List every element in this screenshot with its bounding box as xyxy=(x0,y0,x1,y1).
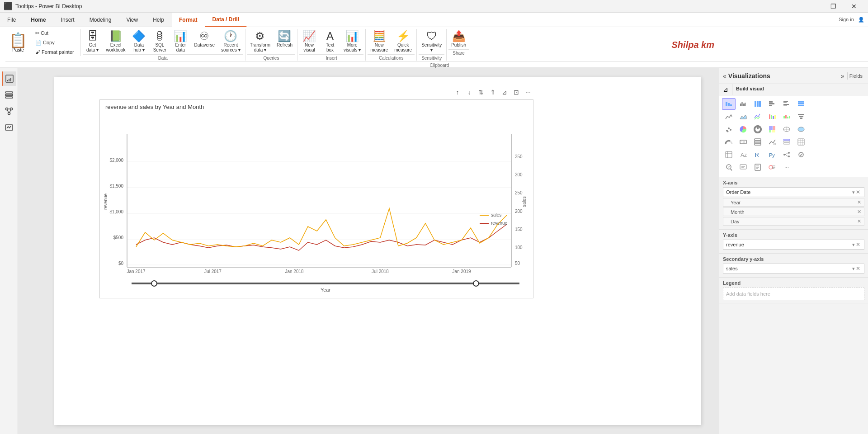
viz-icon-map[interactable] xyxy=(780,123,793,135)
copy-button[interactable]: 📄 Copy xyxy=(33,38,77,47)
viz-icon-paginated-report[interactable] xyxy=(751,161,764,173)
tab-data-drill[interactable]: Data / Drill xyxy=(205,13,247,27)
data-hub-button[interactable]: 🔷 Datahub ▾ xyxy=(129,29,149,53)
viz-icon-funnel[interactable] xyxy=(794,111,808,123)
dataverse-button[interactable]: ♾ Dataverse xyxy=(191,29,217,53)
viz-icon-ribbon[interactable] xyxy=(765,111,779,123)
viz-icon-more[interactable]: ··· xyxy=(780,161,793,173)
sidebar-dax-icon[interactable] xyxy=(2,120,16,135)
slider-right-handle[interactable] xyxy=(473,280,479,287)
svg-text:Jan 2018: Jan 2018 xyxy=(285,269,304,274)
svg-text:Jan 2017: Jan 2017 xyxy=(127,269,146,274)
viz-icon-multirow-card[interactable] xyxy=(751,136,764,148)
viz-icon-line[interactable] xyxy=(722,111,736,123)
enter-data-button[interactable]: 📊 Enterdata xyxy=(170,29,190,53)
viz-icon-pie[interactable] xyxy=(736,123,750,135)
cut-button[interactable]: ✂ Cut xyxy=(33,29,77,38)
x-axis-month-remove[interactable]: ✕ xyxy=(857,209,861,215)
viz-icon-card[interactable]: 123 xyxy=(736,136,750,148)
minimize-button[interactable]: — xyxy=(802,0,823,13)
titlebar-controls[interactable]: — ❐ ✕ xyxy=(802,0,864,13)
collapse-panel-button[interactable]: « xyxy=(723,72,726,80)
viz-icon-scatter[interactable] xyxy=(722,123,736,135)
tab-file[interactable]: File xyxy=(0,13,24,27)
expand-panel-button[interactable]: » xyxy=(841,72,844,80)
viz-icon-bar-h[interactable] xyxy=(765,98,779,110)
x-axis-day-remove[interactable]: ✕ xyxy=(857,218,861,224)
more-visuals-button[interactable]: 📊 Morevisuals ▾ xyxy=(341,29,363,53)
sidebar-report-icon[interactable] xyxy=(2,71,16,86)
dataverse-icon: ♾ xyxy=(199,30,209,42)
chart-filter[interactable]: ⊿ xyxy=(499,87,510,98)
tab-insert[interactable]: Insert xyxy=(54,13,82,27)
transform-data-button[interactable]: ⚙ Transformdata ▾ xyxy=(247,29,273,53)
viz-icon-treemap[interactable] xyxy=(765,123,779,135)
viz-icon-filled-map[interactable] xyxy=(794,123,808,135)
viz-icon-metrics[interactable] xyxy=(765,161,779,173)
fields-panel-toggle[interactable]: Fields xyxy=(847,72,864,80)
svg-rect-81 xyxy=(769,126,773,130)
viz-icon-bar-100[interactable] xyxy=(751,98,764,110)
secondary-y-axis-remove-btn[interactable]: ✕ xyxy=(855,265,861,272)
viz-icon-r-visual[interactable]: R xyxy=(751,149,764,160)
viz-icon-slicer[interactable] xyxy=(780,136,793,148)
tab-help[interactable]: Help xyxy=(146,13,172,27)
svg-rect-54 xyxy=(759,101,761,107)
viz-icon-kpi[interactable]: KPI xyxy=(765,136,779,148)
excel-workbook-button[interactable]: 📗 Excelworkbook xyxy=(104,29,128,53)
tab-home[interactable]: Home xyxy=(24,13,53,27)
paste-button[interactable]: 📋 Paste xyxy=(5,29,31,56)
viz-icon-bar-h-100[interactable] xyxy=(794,98,808,110)
chart-drill-down[interactable]: ↓ xyxy=(464,87,475,98)
chart-go-next[interactable]: ⇑ xyxy=(487,87,498,98)
viz-icon-python[interactable]: Py xyxy=(765,149,779,160)
tab-view[interactable]: View xyxy=(119,13,146,27)
maximize-button[interactable]: ❐ xyxy=(823,0,844,13)
viz-icon-bar-stacked[interactable] xyxy=(722,98,736,110)
sidebar-model-icon[interactable] xyxy=(2,104,16,118)
text-box-button[interactable]: A Textbox xyxy=(320,29,340,53)
viz-icon-matrix[interactable] xyxy=(722,149,736,160)
filters-sidebar-tab[interactable]: ⊿ xyxy=(719,84,732,95)
y-axis-remove-btn[interactable]: ✕ xyxy=(855,241,861,248)
sql-server-button[interactable]: 🛢 SQLServer xyxy=(150,29,170,53)
format-painter-button[interactable]: 🖌 Format painter xyxy=(33,48,77,56)
viz-icon-key-influencers[interactable] xyxy=(794,149,808,160)
new-visual-button[interactable]: 📈 Newvisual xyxy=(299,29,319,53)
viz-icon-waterfall[interactable] xyxy=(780,111,793,123)
chart-drill-up[interactable]: ↑ xyxy=(452,87,463,98)
viz-icon-azure-map[interactable]: Az xyxy=(736,149,750,160)
close-button[interactable]: ✕ xyxy=(844,0,864,13)
sidebar-data-icon[interactable] xyxy=(2,88,16,102)
viz-icon-gauge[interactable] xyxy=(722,136,736,148)
viz-icon-smart-narrative[interactable] xyxy=(736,161,750,173)
viz-icon-line-stacked[interactable] xyxy=(751,111,764,123)
paste-icon: 📋 xyxy=(9,33,27,47)
x-axis-remove-btn[interactable]: ✕ xyxy=(855,189,861,195)
viz-icon-table[interactable] xyxy=(794,136,808,148)
legend-drop-area[interactable]: Add data fields here xyxy=(723,288,864,300)
new-measure-button[interactable]: 🧮 Newmeasure xyxy=(368,29,391,53)
recent-sources-button[interactable]: 🕐 Recentsources ▾ xyxy=(218,29,243,53)
viz-icon-decomp-tree[interactable] xyxy=(780,149,793,160)
viz-icon-qa[interactable]: ? xyxy=(722,161,736,173)
slider-left-handle[interactable] xyxy=(151,280,157,287)
x-axis-year-remove[interactable]: ✕ xyxy=(857,199,861,205)
quick-measure-button[interactable]: ⚡ Quickmeasure xyxy=(392,29,415,53)
viz-icons-row-2 xyxy=(722,111,865,123)
get-data-button[interactable]: 🗄 Getdata ▾ xyxy=(83,29,103,53)
viz-icon-donut[interactable] xyxy=(751,123,764,135)
transform-label: Transformdata ▾ xyxy=(250,42,270,52)
x-axis-field-name: Order Date xyxy=(726,189,852,195)
tab-modeling[interactable]: Modeling xyxy=(82,13,119,27)
viz-icon-bar-clustered[interactable] xyxy=(736,98,750,110)
chart-focus[interactable]: ⊡ xyxy=(511,87,522,98)
tab-format[interactable]: Format xyxy=(172,13,205,27)
viz-icon-bar-h-clustered[interactable] xyxy=(780,98,793,110)
chart-more-options[interactable]: ··· xyxy=(523,87,533,98)
publish-button[interactable]: 📤 Publish xyxy=(448,29,469,48)
chart-expand-all[interactable]: ⇅ xyxy=(476,87,486,98)
refresh-button[interactable]: 🔄 Refresh xyxy=(274,29,295,53)
sensitivity-button[interactable]: 🛡 Sensitivity▾ xyxy=(419,29,444,53)
viz-icon-area[interactable] xyxy=(736,111,750,123)
